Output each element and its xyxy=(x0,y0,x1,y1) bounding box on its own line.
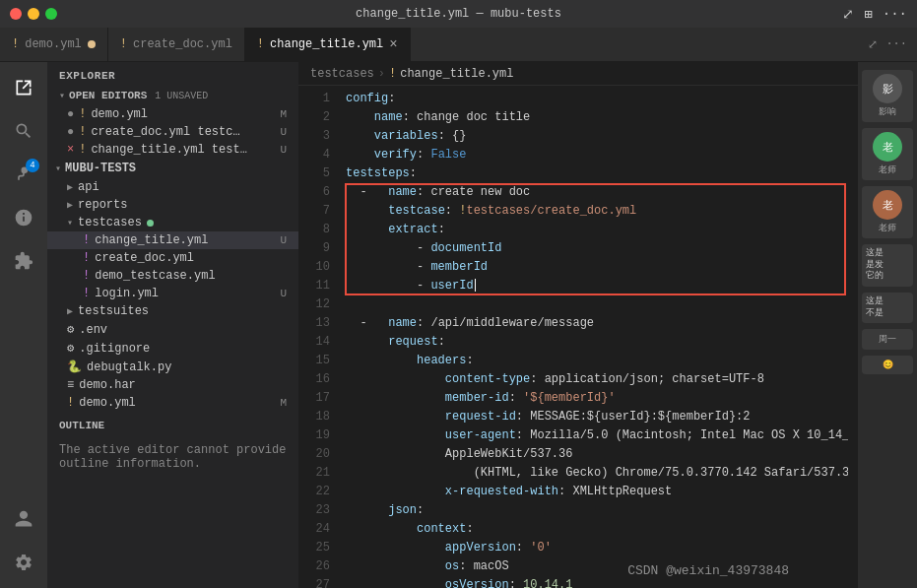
open-editor-change-title[interactable]: × ! change_title.yml test… U xyxy=(47,141,298,159)
code-line-15: headers: xyxy=(346,352,848,370)
file-name: demo.har xyxy=(79,378,136,392)
breadcrumb-sep: › xyxy=(378,67,385,81)
tab-close-icon[interactable]: × xyxy=(389,36,397,52)
file-change-title[interactable]: ! change_title.yml U xyxy=(47,231,298,249)
expand-arrow[interactable]: ▾ xyxy=(55,163,61,174)
debug-icon[interactable] xyxy=(6,200,41,235)
rp-item-1: 影 影响 xyxy=(862,70,913,122)
folder-arrow[interactable]: ▾ xyxy=(67,217,73,229)
file-env[interactable]: ⚙ .env xyxy=(47,320,298,339)
code-line-5: teststeps: xyxy=(346,164,848,183)
file-name: create_doc.yml testc… xyxy=(91,125,239,139)
file-create-doc[interactable]: ! create_doc.yml xyxy=(47,249,298,267)
editor-content[interactable]: 12345 678910 1112131415 1617181920 21222… xyxy=(298,86,858,588)
file-gitignore[interactable]: ⚙ .gitignore xyxy=(47,339,298,358)
minimize-button[interactable] xyxy=(28,8,39,20)
code-line-7: testcase: !testcases/create_doc.yml xyxy=(346,202,848,221)
project-root[interactable]: ▾ MUBU-TESTS xyxy=(47,159,298,178)
file-close[interactable]: × xyxy=(67,143,74,157)
tab-label: change_title.yml xyxy=(270,37,383,51)
editor-area: testcases › ! change_title.yml 12345 678… xyxy=(298,62,858,588)
file-icon: ! xyxy=(79,143,86,157)
tab-create-doc-yml[interactable]: ! create_doc.yml xyxy=(108,28,245,61)
open-editors-arrow[interactable]: ▾ xyxy=(59,90,65,101)
file-demo-yml2[interactable]: ! demo.yml M xyxy=(47,394,298,412)
file-demo-har[interactable]: ≡ demo.har xyxy=(47,376,298,394)
tab-change-title-yml[interactable]: ! change_title.yml × xyxy=(245,28,411,61)
source-control-badge: 4 xyxy=(26,159,39,172)
file-icon: ! xyxy=(83,233,90,247)
folder-name: testcases xyxy=(78,216,142,229)
window-controls[interactable] xyxy=(10,8,57,20)
folder-api[interactable]: ▶ api xyxy=(47,178,298,196)
breadcrumb-file: change_title.yml xyxy=(400,67,513,81)
more-tabs-icon[interactable]: ··· xyxy=(885,37,907,51)
code-line-11: - userId xyxy=(346,277,848,295)
folder-testcases[interactable]: ▾ testcases xyxy=(47,214,298,231)
scrollbar[interactable] xyxy=(848,86,858,588)
file-login[interactable]: ! login.yml U xyxy=(47,285,298,302)
code-line-9: - documentId xyxy=(346,239,848,258)
code-line-25: appVersion: '0' xyxy=(346,539,848,557)
maximize-button[interactable] xyxy=(45,8,57,20)
code-line-21: (KHTML, like Gecko) Chrome/75.0.3770.142… xyxy=(346,464,848,483)
rp-avatar-3: 老 xyxy=(873,190,902,220)
titlebar: change_title.yml — mubu-tests ⤢ ⊞ ··· xyxy=(0,0,917,28)
folder-reports[interactable]: ▶ reports xyxy=(47,196,298,214)
code-line-19: user-agent: Mozilla/5.0 (Macintosh; Inte… xyxy=(346,426,848,445)
project-name: MUBU-TESTS xyxy=(65,162,136,175)
file-icon: ⚙ xyxy=(67,341,74,356)
folder-arrow[interactable]: ▶ xyxy=(67,199,73,211)
modified-indicator: U xyxy=(280,234,287,246)
open-editor-demo-yml[interactable]: ● ! demo.yml M xyxy=(47,105,298,123)
file-icon: ! xyxy=(83,269,90,283)
sidebar: EXPLORER ▾ OPEN EDITORS 1 UNSAVED ● ! de… xyxy=(47,62,298,588)
file-icon: ! xyxy=(67,396,74,410)
code-line-27: osVersion: 10.14.1 xyxy=(346,576,848,588)
tab-demo-yml[interactable]: ! demo.yml xyxy=(0,28,108,61)
folder-arrow[interactable]: ▶ xyxy=(67,181,73,193)
file-icon: ⚙ xyxy=(67,322,74,337)
search-icon[interactable] xyxy=(6,113,41,149)
file-icon: ! xyxy=(83,287,90,300)
folder-testsuites[interactable]: ▶ testsuites xyxy=(47,302,298,320)
code-line-16: content-type: application/json; charset=… xyxy=(346,370,848,389)
settings-icon[interactable] xyxy=(6,545,41,580)
file-debugtalk[interactable]: 🐍 debugtalk.py xyxy=(47,358,298,376)
code-area[interactable]: config: name: change doc title variables… xyxy=(338,86,848,588)
file-demo-testcase[interactable]: ! demo_testcase.yml xyxy=(47,267,298,285)
titlebar-actions[interactable]: ⤢ ⊞ ··· xyxy=(842,6,907,23)
rp-avatar-1: 影 xyxy=(873,74,902,103)
folder-name: api xyxy=(78,180,99,194)
close-button[interactable] xyxy=(10,8,22,20)
code-line-23: json: xyxy=(346,501,848,520)
modified-indicator: U xyxy=(280,144,287,156)
layout-icon[interactable]: ⊞ xyxy=(864,6,872,23)
split-editor-icon[interactable]: ⤢ xyxy=(842,6,854,23)
file-name: demo.yml xyxy=(91,107,148,121)
modified-dot xyxy=(147,220,154,227)
folder-arrow[interactable]: ▶ xyxy=(67,305,73,317)
split-right-icon[interactable]: ⤢ xyxy=(868,37,878,52)
source-control-icon[interactable]: 4 xyxy=(6,157,41,192)
tab-icon: ! xyxy=(257,37,264,51)
window-title: change_title.yml — mubu-tests xyxy=(356,7,561,21)
rp-item-7: 😊 xyxy=(862,356,913,374)
main-layout: 4 EXPLORER ▾ OPEN EDITORS 1 UNSAVED ● ! xyxy=(0,62,917,588)
code-line-22: x-requested-with: XMLHttpRequest xyxy=(346,483,848,501)
file-name: change_title.yml xyxy=(95,233,208,247)
line-numbers: 12345 678910 1112131415 1617181920 21222… xyxy=(298,86,338,588)
file-name: create_doc.yml xyxy=(95,251,194,265)
extensions-icon[interactable] xyxy=(6,243,41,279)
more-actions-icon[interactable]: ··· xyxy=(883,6,907,23)
open-editors-section: ▾ OPEN EDITORS 1 UNSAVED xyxy=(47,86,298,105)
account-icon[interactable] xyxy=(6,501,41,537)
explorer-icon[interactable] xyxy=(6,70,41,105)
open-editor-create-doc[interactable]: ● ! create_doc.yml testc… U xyxy=(47,123,298,141)
tab-icon: ! xyxy=(120,37,127,51)
tabbar: ! demo.yml ! create_doc.yml ! change_tit… xyxy=(0,28,917,62)
file-icon: 🐍 xyxy=(67,359,82,374)
code-line-14: request: xyxy=(346,333,848,352)
file-name: .gitignore xyxy=(79,342,150,356)
modified-indicator: U xyxy=(280,126,287,138)
